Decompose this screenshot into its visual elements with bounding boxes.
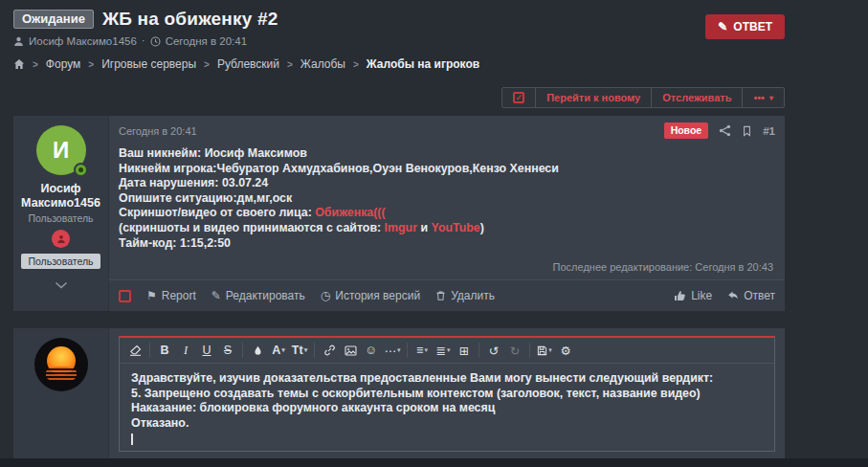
redo-button[interactable]: ↻ — [504, 341, 525, 360]
new-badge: Новое — [664, 122, 709, 139]
post-number-link[interactable]: #1 — [763, 125, 775, 137]
insert-link-button[interactable] — [319, 341, 340, 360]
breadcrumb-complaints[interactable]: Жалобы — [300, 57, 345, 71]
insert-table-button[interactable]: ⊞ — [454, 341, 475, 360]
avatar[interactable]: И — [36, 125, 86, 175]
font-family-label: A — [272, 344, 280, 357]
chevron-down-icon: ▾ — [548, 346, 552, 354]
rich-text-editor: B I U S A ▾ Tt — [119, 336, 775, 451]
current-user-avatar[interactable] — [34, 338, 88, 391]
breadcrumb-player-complaints[interactable]: Жалобы на игроков — [367, 57, 479, 71]
breadcrumb-separator: > — [88, 59, 94, 70]
sites-note-and: и — [417, 221, 432, 234]
like-button[interactable]: Like — [674, 289, 712, 302]
author-name-link[interactable]: Иосиф Максимо1456 — [19, 182, 103, 211]
youtube-link[interactable]: YouTube — [432, 221, 480, 234]
reply-to-post-button[interactable]: Ответ — [727, 289, 775, 302]
font-size-button[interactable]: Tt ▾ — [289, 341, 310, 360]
submit-buttons: ОТВЕТ ПРЕДПРОСМОТР — [571, 460, 775, 467]
person-icon — [13, 36, 24, 47]
image-icon — [345, 345, 357, 356]
breadcrumb-separator: > — [287, 59, 293, 70]
pencil-icon: ✎ — [211, 290, 221, 301]
body-line: Дата нарушения: 03.07.24 — [119, 176, 775, 191]
more-dots-icon: ••• — [753, 92, 765, 103]
select-post-checkbox[interactable] — [119, 290, 131, 302]
font-family-button[interactable]: A ▾ — [268, 341, 289, 360]
screenshot-link[interactable]: Обиженка((( — [315, 206, 385, 219]
underline-button[interactable]: U — [196, 341, 217, 360]
editor-more-button[interactable]: ⋯ ▾ — [382, 341, 403, 360]
post-1-header-actions: Новое #1 — [664, 122, 775, 139]
edit-button[interactable]: ✎ Редактировать — [211, 289, 305, 302]
undo-button[interactable]: ↺ — [483, 341, 504, 360]
post-1-footer-right: Like Ответ — [674, 289, 775, 302]
checkbox-checked-icon: ✓ — [513, 92, 524, 103]
editor-text-area[interactable]: Здравствуйте, изучив доказательства пред… — [120, 363, 774, 450]
more-dots-icon: ⋯ — [384, 344, 396, 358]
more-options-button[interactable]: ••• ▾ — [742, 88, 784, 107]
select-thread-checkbox[interactable]: ✓ — [502, 88, 535, 107]
text-cursor — [131, 434, 133, 445]
list-icon: ≣ — [436, 344, 446, 358]
insert-smiley-button[interactable]: ☺ — [361, 341, 382, 360]
drafts-button[interactable]: ▾ — [534, 341, 555, 360]
attach-files-button[interactable]: Прикрепить файлы — [119, 460, 256, 467]
strikethrough-button[interactable]: S — [217, 341, 238, 360]
trash-icon — [435, 290, 446, 301]
post-date-link[interactable]: Сегодня в 20:41 — [119, 125, 197, 137]
alignment-button[interactable]: ≡ ▾ — [412, 341, 433, 360]
reply-post-label: Ответ — [744, 289, 775, 302]
history-clock-icon: ◷ — [321, 290, 330, 301]
watch-thread-button[interactable]: Отслеживать — [651, 88, 742, 107]
delete-label: Удалить — [451, 289, 495, 302]
editor-settings-button[interactable]: ⚙ — [555, 341, 576, 360]
share-icon[interactable] — [719, 124, 731, 137]
jump-to-new-button[interactable]: Перейти к новому — [535, 88, 651, 107]
screenshot-label: Скриншот/видео от своего лица: — [119, 206, 315, 219]
user-group-badge-icon — [52, 230, 70, 248]
breadcrumb-forum[interactable]: Форум — [46, 57, 80, 71]
bold-button[interactable]: B — [154, 341, 175, 360]
post-1-footer: ⚑ Report ✎ Редактировать ◷ История верси… — [109, 279, 785, 311]
history-button[interactable]: ◷ История версий — [321, 289, 420, 302]
toolbar-separator — [529, 343, 530, 358]
thread-toolbar-row: ✓ Перейти к новому Отслеживать ••• ▾ — [0, 87, 868, 108]
editor-line: 5. Запрещено создавать темы с оскорбител… — [131, 387, 763, 402]
jump-to-new-label: Перейти к новому — [546, 92, 640, 103]
text-color-button[interactable] — [247, 341, 268, 360]
home-icon[interactable] — [13, 58, 25, 70]
insert-image-button[interactable] — [340, 341, 361, 360]
thread-date: Сегодня в 20:41 — [166, 35, 247, 47]
post-1: И Иосиф Максимо1456 Пользователь Пользов… — [13, 116, 785, 311]
eraser-icon — [129, 345, 142, 356]
chevron-down-icon: ▾ — [769, 94, 773, 102]
reply-button-label: ОТВЕТ — [733, 20, 772, 33]
remove-format-button[interactable] — [124, 341, 145, 360]
submit-reply-button[interactable]: ОТВЕТ — [571, 460, 649, 467]
thread-toolbar: ✓ Перейти к новому Отслеживать ••• ▾ — [501, 87, 785, 108]
italic-button[interactable]: I — [175, 341, 196, 360]
chevron-down-icon: ▾ — [447, 346, 451, 354]
font-size-label: Tt — [292, 344, 303, 357]
report-button[interactable]: ⚑ Report — [146, 289, 196, 302]
reply-button-top[interactable]: ✎ ОТВЕТ — [705, 14, 785, 39]
avatar-sunset-reflection — [46, 367, 77, 382]
user-banner: Пользователь — [21, 254, 100, 269]
toolbar-separator — [479, 343, 479, 358]
body-line: Скриншот/видео от своего лица: Обиженка(… — [119, 206, 775, 221]
clock-icon — [150, 36, 161, 47]
toolbar-separator — [242, 343, 243, 358]
breadcrumb-game-servers[interactable]: Игровые серверы — [101, 57, 196, 71]
breadcrumb-rublevsky[interactable]: Рублевский — [217, 57, 279, 71]
thread-author-link[interactable]: Иосиф Максимо1456 — [29, 35, 137, 47]
avatar-letter: И — [53, 137, 69, 164]
imgur-link[interactable]: Imgur — [385, 221, 417, 234]
delete-button[interactable]: Удалить — [435, 289, 495, 302]
link-icon — [323, 345, 336, 356]
chevron-down-icon: ▾ — [397, 346, 401, 354]
expand-user-info-chevron-icon[interactable] — [55, 281, 68, 289]
align-icon: ≡ — [416, 344, 423, 357]
bookmark-icon[interactable] — [742, 125, 752, 137]
list-button[interactable]: ≣ ▾ — [433, 341, 454, 360]
